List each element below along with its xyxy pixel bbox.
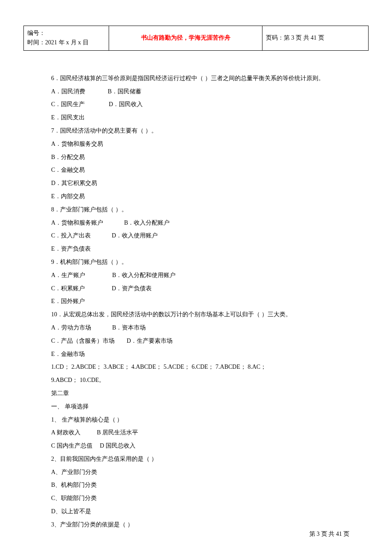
q7-option-d: D．其它积累交易 bbox=[51, 177, 360, 190]
q10-options-cd: C．产品（含服务）市场 D．生产要素市场 bbox=[51, 335, 360, 348]
document-content: 6．国民经济核算的三等价原则是指国民经济运行过程中（ ）三者之间的总量平衡关系的… bbox=[23, 72, 369, 532]
q6-option-e: E．国民支出 bbox=[51, 111, 360, 124]
c2q2-option-c: C、职能部门分类 bbox=[51, 492, 360, 505]
q9-option-d: D．资产负债表 bbox=[112, 285, 152, 292]
answers-line2: 9.ABCD； 10.CDE。 bbox=[51, 374, 360, 387]
q7-option-a: A．货物和服务交易 bbox=[51, 138, 360, 151]
q9-stem: 9．机构部门账户包括（ ）。 bbox=[51, 256, 360, 269]
answers-line1: 1.CD； 2.ABCDE； 3.ABCE； 4.ABCDE； 5.ACDE； … bbox=[51, 361, 360, 374]
q9-option-a: A．生产账户 bbox=[51, 272, 85, 278]
header-date-label: 时间：2021 年 x 月 x 日 bbox=[27, 38, 105, 47]
q6-option-a: A．国民消费 bbox=[51, 88, 85, 95]
q9-option-c: C．积累账户 bbox=[51, 285, 85, 292]
c2q2-stem: 2、目前我国国内生产总值采用的是（ ） bbox=[51, 453, 360, 466]
c2q2-option-d: D、以上皆不是 bbox=[51, 505, 360, 518]
q6-option-b: B．国民储蓄 bbox=[108, 88, 141, 95]
q8-option-c: C．投入产出表 bbox=[51, 232, 91, 239]
q10-option-c: C．产品（含服务）市场 bbox=[51, 338, 115, 344]
document-page: 编号： 时间：2021 年 x 月 x 日 书山有路勤为径，学海无涯苦作舟 页码… bbox=[0, 0, 392, 555]
c2q1-option-a: A 财政收入 bbox=[51, 429, 81, 436]
q10-option-a: A．劳动力市场 bbox=[51, 324, 91, 331]
q10-option-b: B．资本市场 bbox=[112, 324, 146, 331]
q9-option-e: E．国外账户 bbox=[51, 295, 360, 308]
header-table: 编号： 时间：2021 年 x 月 x 日 书山有路勤为径，学海无涯苦作舟 页码… bbox=[23, 26, 369, 51]
q7-option-b: B．分配交易 bbox=[51, 151, 360, 164]
q7-stem: 7．国民经济活动中的交易主要有（ ）。 bbox=[51, 124, 360, 138]
header-center-cell: 书山有路勤为径，学海无涯苦作舟 bbox=[109, 26, 262, 51]
section1-title: 一、 单项选择 bbox=[51, 400, 360, 413]
q8-option-d: D．收入使用账户 bbox=[112, 232, 158, 239]
c2q1-option-b: B 居民生活水平 bbox=[97, 429, 138, 436]
q6-options-ab: A．国民消费 B．国民储蓄 bbox=[51, 85, 360, 98]
page-footer: 第 3 页 共 41 页 bbox=[309, 530, 350, 538]
header-id-label: 编号： bbox=[27, 29, 105, 38]
chapter2-title: 第二章 bbox=[51, 387, 360, 400]
q6-option-c: C．国民生产 bbox=[51, 101, 85, 107]
c2q2-option-a: A、产业部门分类 bbox=[51, 466, 360, 479]
q7-option-c: C．金融交易 bbox=[51, 164, 360, 177]
c2q2-option-b: B、机构部门分类 bbox=[51, 479, 360, 492]
q9-options-cd: C．积累账户 D．资产负债表 bbox=[51, 282, 360, 295]
header-right-cell: 页码：第 3 页 共 41 页 bbox=[262, 26, 369, 51]
c2q1-options-cd: C 国内生产总值 D 国民总收入 bbox=[51, 439, 360, 453]
q9-option-b: B．收入分配和使用账户 bbox=[112, 272, 176, 278]
header-left-cell: 编号： 时间：2021 年 x 月 x 日 bbox=[24, 26, 109, 51]
q8-option-a: A．货物和服务账户 bbox=[51, 220, 103, 226]
q9-options-ab: A．生产账户 B．收入分配和使用账户 bbox=[51, 269, 360, 282]
c2q1-stem: 1、 生产核算的核心是（ ） bbox=[51, 413, 360, 427]
q8-option-e: E．资产负债表 bbox=[51, 243, 360, 256]
q10-option-d: D．生产要素市场 bbox=[127, 338, 173, 344]
q6-option-d: D．国民收入 bbox=[109, 101, 143, 107]
q6-options-cd: C．国民生产 D．国民收入 bbox=[51, 98, 360, 111]
q8-options-cd: C．投入产出表 D．收入使用账户 bbox=[51, 229, 360, 243]
q7-option-e: E．内部交易 bbox=[51, 190, 360, 203]
q8-option-b: B．收入分配账户 bbox=[124, 220, 170, 226]
q10-stem: 10．从宏观总体出发，国民经济活动中的数以万计的个别市场基本上可以归于（ ）三大… bbox=[51, 308, 360, 321]
c2q1-option-c: C 国内生产总值 bbox=[51, 442, 92, 449]
q10-options-ab: A．劳动力市场 B．资本市场 bbox=[51, 321, 360, 335]
c2q3-stem: 3、产业部门分类的依据是（ ） bbox=[51, 518, 360, 532]
q8-stem: 8．产业部门账户包括（ ）。 bbox=[51, 203, 360, 217]
q6-stem: 6．国民经济核算的三等价原则是指国民经济运行过程中（ ）三者之间的总量平衡关系的… bbox=[51, 72, 360, 85]
c2q1-options-ab: A 财政收入 B 居民生活水平 bbox=[51, 426, 360, 439]
q10-option-e: E．金融市场 bbox=[51, 348, 360, 361]
q8-options-ab: A．货物和服务账户 B．收入分配账户 bbox=[51, 217, 360, 230]
c2q1-option-d: D 国民总收入 bbox=[100, 442, 135, 449]
